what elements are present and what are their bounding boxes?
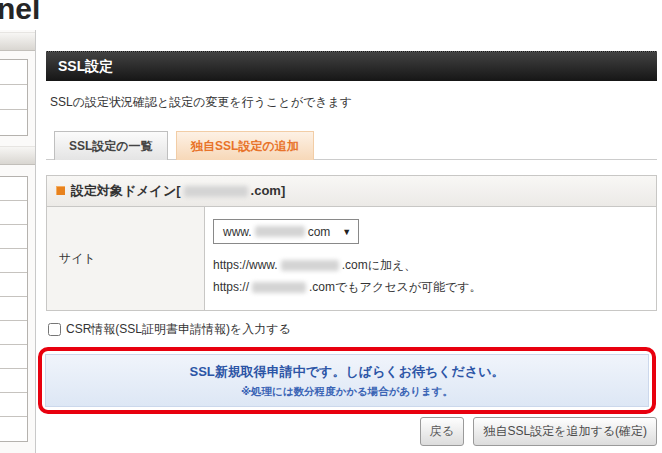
select-value-suffix: com	[308, 225, 331, 239]
domain-label-suffix: .com]	[251, 183, 286, 198]
sidebar-section-header	[0, 32, 35, 51]
sidebar-item[interactable]	[0, 273, 27, 297]
sidebar-menu-box	[0, 176, 28, 442]
target-domain-header: 設定対象ドメイン[.com]	[47, 176, 656, 207]
note1-suffix: .comに加え、	[342, 258, 417, 272]
tab-bar: SSL設定の一覧 独自SSL設定の追加	[46, 131, 657, 160]
chevron-down-icon: ▼	[342, 227, 351, 237]
redacted-domain	[281, 260, 339, 271]
sidebar-item[interactable]	[0, 85, 27, 110]
sidebar-menu-box	[0, 59, 28, 136]
site-row: サイト www.com ▼ https://www..comに加え、 https…	[47, 207, 656, 310]
target-domain-box: 設定対象ドメイン[.com] サイト www.com ▼ https://www…	[46, 175, 657, 311]
site-row-content: www.com ▼ https://www..comに加え、 https://.…	[205, 207, 656, 310]
csr-info-row: CSR情報(SSL証明書申請情報)を入力する	[48, 321, 662, 338]
site-domain-select[interactable]: www.com ▼	[213, 219, 359, 244]
app-logo-partial: nel	[0, 0, 40, 26]
ssl-status-sub-text: ※処理には数分程度かかる場合があります。	[50, 385, 644, 399]
tab-ssl-list[interactable]: SSL設定の一覧	[54, 131, 168, 160]
sidebar-item[interactable]	[0, 369, 27, 393]
sidebar-item[interactable]	[0, 393, 27, 417]
sidebar-item[interactable]	[0, 225, 27, 249]
button-row: 戻る 独自SSL設定を追加する(確定)	[36, 417, 657, 446]
sidebar-item[interactable]	[0, 321, 27, 345]
page-description: SSLの設定状況確認と設定の変更を行うことができます	[50, 94, 662, 111]
bullet-icon	[56, 186, 65, 195]
sidebar-item[interactable]	[0, 345, 27, 369]
page-title: SSL設定	[46, 51, 657, 81]
add-ssl-confirm-button[interactable]: 独自SSL設定を追加する(確定)	[473, 417, 657, 446]
sidebar-item[interactable]	[0, 249, 27, 273]
sidebar-item[interactable]	[0, 110, 27, 135]
note2-prefix: https://	[213, 280, 249, 294]
sidebar-item[interactable]	[0, 177, 27, 201]
note2-suffix: .comでもアクセスが可能です。	[309, 280, 482, 294]
note1-prefix: https://www.	[213, 258, 278, 272]
redacted-domain	[184, 186, 248, 197]
csr-checkbox[interactable]	[48, 323, 61, 336]
sidebar-item[interactable]	[0, 60, 27, 85]
ssl-status-main-text: SSL新規取得申請中です。しばらくお待ちください。	[50, 363, 644, 381]
select-value-prefix: www.	[223, 225, 252, 239]
sidebar-section-header	[0, 146, 35, 165]
sidebar-item[interactable]	[0, 417, 27, 441]
sidebar	[0, 30, 36, 453]
back-button[interactable]: 戻る	[420, 417, 464, 446]
domain-label-prefix: 設定対象ドメイン[	[71, 183, 181, 198]
tab-add-own-ssl[interactable]: 独自SSL設定の追加	[176, 131, 314, 160]
sidebar-item[interactable]	[0, 297, 27, 321]
ssl-status-message-box: SSL新規取得申請中です。しばらくお待ちください。 ※処理には数分程度かかる場合…	[45, 354, 649, 407]
site-row-label: サイト	[47, 207, 205, 310]
site-access-note: https://www..comに加え、 https://.comでもアクセスが…	[213, 255, 646, 298]
redacted-domain	[252, 282, 306, 293]
highlight-annotation: SSL新規取得申請中です。しばらくお待ちください。 ※処理には数分程度かかる場合…	[38, 347, 656, 414]
main-content: SSL設定 SSLの設定状況確認と設定の変更を行うことができます SSL設定の一…	[36, 0, 662, 453]
sidebar-item[interactable]	[0, 201, 27, 225]
redacted-domain	[255, 226, 305, 237]
csr-checkbox-label: CSR情報(SSL証明書申請情報)を入力する	[66, 321, 291, 338]
